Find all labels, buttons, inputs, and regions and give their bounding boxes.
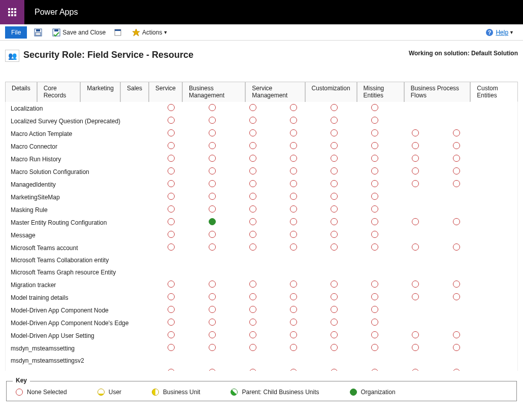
none-icon[interactable]: [371, 167, 378, 174]
privilege-cell[interactable]: [273, 165, 314, 178]
privilege-cell[interactable]: [436, 229, 477, 241]
none-icon[interactable]: [249, 331, 256, 338]
privilege-cell[interactable]: [314, 241, 354, 254]
privilege-cell[interactable]: [354, 153, 395, 165]
privilege-cell[interactable]: [314, 367, 354, 371]
privilege-cell[interactable]: [233, 229, 273, 241]
privilege-cell[interactable]: [192, 127, 233, 140]
privilege-cell[interactable]: [436, 203, 477, 216]
none-icon[interactable]: [290, 142, 297, 149]
none-icon[interactable]: [371, 142, 378, 149]
privilege-cell[interactable]: [314, 291, 354, 304]
none-icon[interactable]: [209, 104, 216, 111]
privilege-cell[interactable]: [354, 127, 395, 140]
privilege-cell[interactable]: [192, 304, 233, 317]
privilege-cell[interactable]: [395, 140, 436, 153]
none-icon[interactable]: [249, 180, 256, 187]
privilege-cell[interactable]: [273, 355, 314, 367]
privilege-cell[interactable]: [436, 254, 477, 266]
none-icon[interactable]: [331, 205, 338, 213]
privilege-cell[interactable]: [395, 115, 436, 127]
privilege-cell[interactable]: [233, 153, 273, 165]
privilege-cell[interactable]: [151, 203, 191, 216]
none-icon[interactable]: [331, 243, 338, 251]
privilege-cell[interactable]: [395, 229, 436, 241]
tab-details[interactable]: Details: [5, 82, 37, 102]
privilege-cell[interactable]: [314, 329, 354, 342]
privilege-cell[interactable]: [151, 191, 191, 203]
privilege-cell[interactable]: [477, 102, 517, 115]
privilege-cell[interactable]: [233, 291, 273, 304]
privilege-cell[interactable]: [192, 229, 233, 241]
none-icon[interactable]: [453, 218, 460, 225]
none-icon[interactable]: [290, 281, 297, 288]
none-icon[interactable]: [331, 344, 338, 351]
privilege-cell[interactable]: [273, 115, 314, 127]
privilege-cell[interactable]: [151, 241, 191, 254]
privilege-cell[interactable]: [436, 355, 477, 367]
none-icon[interactable]: [168, 155, 175, 162]
privilege-cell[interactable]: [273, 304, 314, 317]
privilege-cell[interactable]: [192, 266, 233, 278]
none-icon[interactable]: [249, 129, 256, 136]
privilege-cell[interactable]: [233, 367, 273, 371]
none-icon[interactable]: [331, 155, 338, 162]
privilege-cell[interactable]: [233, 191, 273, 203]
privilege-cell[interactable]: [354, 178, 395, 191]
none-icon[interactable]: [331, 293, 338, 300]
none-icon[interactable]: [249, 344, 256, 351]
privilege-cell[interactable]: [436, 216, 477, 229]
none-icon[interactable]: [331, 331, 338, 338]
none-icon[interactable]: [453, 142, 460, 149]
privilege-cell[interactable]: [192, 191, 233, 203]
entity-grid-scroll[interactable]: LocalizationLocalized Survey Question (D…: [5, 102, 518, 371]
privilege-cell[interactable]: [436, 304, 477, 317]
none-icon[interactable]: [331, 180, 338, 187]
privilege-cell[interactable]: [151, 291, 191, 304]
privilege-cell[interactable]: [436, 266, 477, 278]
privilege-cell[interactable]: [233, 342, 273, 355]
privilege-cell[interactable]: [436, 342, 477, 355]
none-icon[interactable]: [331, 369, 338, 371]
privilege-cell[interactable]: [192, 367, 233, 371]
none-icon[interactable]: [453, 331, 460, 338]
none-icon[interactable]: [371, 117, 378, 124]
tab-service-management[interactable]: Service Management: [245, 82, 305, 102]
privilege-cell[interactable]: [354, 278, 395, 291]
file-button[interactable]: File: [5, 26, 27, 39]
none-icon[interactable]: [371, 331, 378, 338]
none-icon[interactable]: [209, 142, 216, 149]
privilege-cell[interactable]: [395, 342, 436, 355]
tab-core-records[interactable]: Core Records: [37, 82, 81, 102]
privilege-cell[interactable]: [436, 127, 477, 140]
privilege-cell[interactable]: [192, 241, 233, 254]
privilege-cell[interactable]: [151, 304, 191, 317]
privilege-cell[interactable]: [233, 304, 273, 317]
privilege-cell[interactable]: [273, 241, 314, 254]
none-icon[interactable]: [331, 281, 338, 288]
none-icon[interactable]: [209, 331, 216, 338]
none-icon[interactable]: [209, 281, 216, 288]
none-icon[interactable]: [290, 231, 297, 238]
privilege-cell[interactable]: [273, 254, 314, 266]
none-icon[interactable]: [209, 193, 216, 200]
tab-sales[interactable]: Sales: [120, 82, 149, 102]
privilege-cell[interactable]: [314, 216, 354, 229]
save-and-close-button[interactable]: Save and Close: [48, 24, 110, 41]
none-icon[interactable]: [168, 218, 175, 225]
toolbar-icon-button[interactable]: [110, 24, 128, 41]
none-icon[interactable]: [412, 243, 419, 251]
none-icon[interactable]: [371, 155, 378, 162]
privilege-cell[interactable]: [395, 102, 436, 115]
none-icon[interactable]: [209, 167, 216, 174]
none-icon[interactable]: [168, 293, 175, 300]
none-icon[interactable]: [371, 129, 378, 136]
none-icon[interactable]: [249, 231, 256, 238]
none-icon[interactable]: [412, 344, 419, 351]
none-icon[interactable]: [209, 155, 216, 162]
privilege-cell[interactable]: [151, 342, 191, 355]
none-icon[interactable]: [209, 205, 216, 213]
privilege-cell[interactable]: [192, 355, 233, 367]
privilege-cell[interactable]: [395, 367, 436, 371]
none-icon[interactable]: [371, 205, 378, 213]
